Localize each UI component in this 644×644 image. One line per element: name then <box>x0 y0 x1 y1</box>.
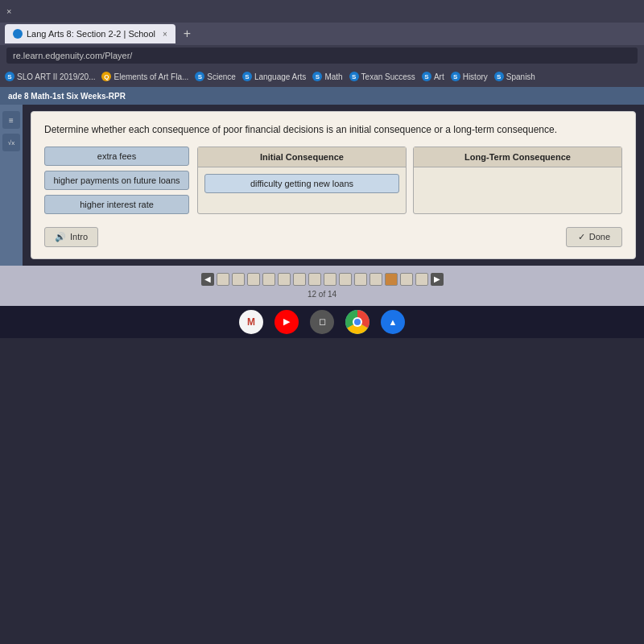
initial-consequence-col[interactable]: Initial Consequence difficulty getting n… <box>197 147 407 214</box>
done-check-icon: ✓ <box>578 232 585 242</box>
bookmark-language-label: Language Arts <box>254 72 307 81</box>
bookmark-language[interactable]: S Language Arts <box>242 72 307 81</box>
bookmark-language-icon: S <box>242 72 252 81</box>
bookmark-science-label: Science <box>207 72 236 81</box>
bookmark-art-label: Art <box>434 72 444 81</box>
progress-area: ◀ ▶ 12 of 14 <box>0 266 644 306</box>
bookmark-texan-icon: S <box>349 72 359 81</box>
bookmark-history-icon: S <box>451 72 460 81</box>
drag-item-extra-fees[interactable]: extra fees <box>44 147 189 166</box>
progress-box-1[interactable] <box>217 273 229 286</box>
card-bottom: 🔊 Intro ✓ Done <box>44 227 622 247</box>
bookmark-history[interactable]: S History <box>451 72 488 81</box>
main-area: ≡ √x Determine whether each consequence … <box>0 105 644 266</box>
drag-item-higher-payments[interactable]: higher payments on future loans <box>44 171 189 190</box>
progress-box-12[interactable] <box>385 273 398 286</box>
drop-item-difficulty[interactable]: difficulty getting new loans <box>204 174 399 193</box>
progress-nav: ◀ ▶ <box>201 273 444 286</box>
activity-instruction: Determine whether each consequence of po… <box>44 123 622 137</box>
browser-top-bar: × <box>0 0 644 23</box>
bookmark-texan[interactable]: S Texan Success <box>349 72 415 81</box>
dnd-container: extra fees higher payments on future loa… <box>44 147 622 214</box>
taskbar-screen-icon[interactable]: ◻ <box>310 310 334 334</box>
new-tab-button[interactable]: + <box>179 27 196 41</box>
bookmark-spanish-icon: S <box>494 72 504 81</box>
address-input[interactable]: re.learn.edgenuity.com/Player/ <box>6 47 638 64</box>
address-bar: re.learn.edgenuity.com/Player/ <box>0 45 644 66</box>
bookmarks-bar: S SLO ART II 2019/20... Q Elements of Ar… <box>0 66 644 87</box>
bookmark-history-label: History <box>463 72 488 81</box>
bookmark-slo[interactable]: S SLO ART II 2019/20... <box>5 72 95 81</box>
breadcrumb-bar: ade 8 Math-1st Six Weeks-RPR <box>0 87 644 105</box>
progress-box-7[interactable] <box>308 273 321 286</box>
longterm-consequence-header: Long-Term Consequence <box>414 147 621 167</box>
progress-box-10[interactable] <box>354 273 367 286</box>
progress-box-11[interactable] <box>369 273 382 286</box>
progress-box-14[interactable] <box>415 273 428 286</box>
tool-sidebar: ≡ √x <box>0 105 23 266</box>
dnd-columns: Initial Consequence difficulty getting n… <box>197 147 622 214</box>
bookmark-slo-icon: S <box>5 72 14 81</box>
longterm-consequence-body[interactable] <box>414 167 621 213</box>
intro-button-label: Intro <box>70 232 88 242</box>
progress-label: 12 of 14 <box>308 290 336 299</box>
prev-page-button[interactable]: ◀ <box>201 273 214 286</box>
bookmark-texan-label: Texan Success <box>361 72 415 81</box>
address-text: re.learn.edgenuity.com/Player/ <box>13 51 132 60</box>
bookmark-art-icon: S <box>422 72 431 81</box>
progress-box-5[interactable] <box>278 273 291 286</box>
taskbar-gmail-icon[interactable]: M <box>239 310 263 334</box>
progress-box-6[interactable] <box>293 273 306 286</box>
bookmark-math-label: Math <box>324 72 342 81</box>
bookmark-spanish[interactable]: S Spanish <box>494 72 535 81</box>
initial-consequence-body[interactable]: difficulty getting new loans <box>198 167 406 213</box>
bookmark-art[interactable]: S Art <box>422 72 444 81</box>
intro-button[interactable]: 🔊 Intro <box>44 227 98 247</box>
bookmark-elements[interactable]: Q Elements of Art Fla... <box>101 72 188 81</box>
intro-speaker-icon: 🔊 <box>55 232 66 242</box>
bookmark-slo-label: SLO ART II 2019/20... <box>17 72 95 81</box>
progress-box-13[interactable] <box>400 273 413 286</box>
progress-box-9[interactable] <box>339 273 352 286</box>
bookmark-elements-icon: Q <box>101 72 111 81</box>
done-button[interactable]: ✓ Done <box>566 227 622 247</box>
taskbar-drive-icon[interactable]: ▲ <box>381 310 405 334</box>
bookmark-science[interactable]: S Science <box>195 72 236 81</box>
tab-favicon <box>13 29 23 39</box>
tool-menu-button[interactable]: ≡ <box>2 111 20 129</box>
breadcrumb: ade 8 Math-1st Six Weeks-RPR <box>8 92 126 101</box>
dnd-source: extra fees higher payments on future loa… <box>44 147 189 214</box>
svg-point-2 <box>354 319 361 325</box>
progress-box-4[interactable] <box>262 273 275 286</box>
progress-box-3[interactable] <box>247 273 260 286</box>
taskbar-youtube-icon[interactable]: ▶ <box>275 310 299 334</box>
bookmark-elements-label: Elements of Art Fla... <box>114 72 188 81</box>
close-tab-icon[interactable]: × <box>6 6 11 16</box>
progress-box-8[interactable] <box>324 273 336 286</box>
tab-close-icon[interactable]: × <box>163 30 167 39</box>
bookmark-spanish-label: Spanish <box>506 72 535 81</box>
drag-item-higher-interest[interactable]: higher interest rate <box>44 195 189 214</box>
next-page-button[interactable]: ▶ <box>431 273 444 286</box>
tab-label: Lang Arts 8: Section 2-2 | School <box>27 29 155 39</box>
initial-consequence-header: Initial Consequence <box>198 147 406 167</box>
tool-math-button[interactable]: √x <box>2 134 20 151</box>
activity-card: Determine whether each consequence of po… <box>31 111 636 259</box>
longterm-consequence-col[interactable]: Long-Term Consequence <box>413 147 622 214</box>
bookmark-science-icon: S <box>195 72 204 81</box>
done-button-label: Done <box>589 232 610 242</box>
taskbar-chrome-icon[interactable] <box>345 310 369 334</box>
taskbar: M ▶ ◻ ▲ <box>0 306 644 338</box>
bookmark-math-icon: S <box>312 72 322 81</box>
active-tab[interactable]: Lang Arts 8: Section 2-2 | School × <box>5 24 175 43</box>
bookmark-math[interactable]: S Math <box>312 72 342 81</box>
tab-bar: Lang Arts 8: Section 2-2 | School × + <box>0 23 644 45</box>
progress-box-2[interactable] <box>232 273 245 286</box>
